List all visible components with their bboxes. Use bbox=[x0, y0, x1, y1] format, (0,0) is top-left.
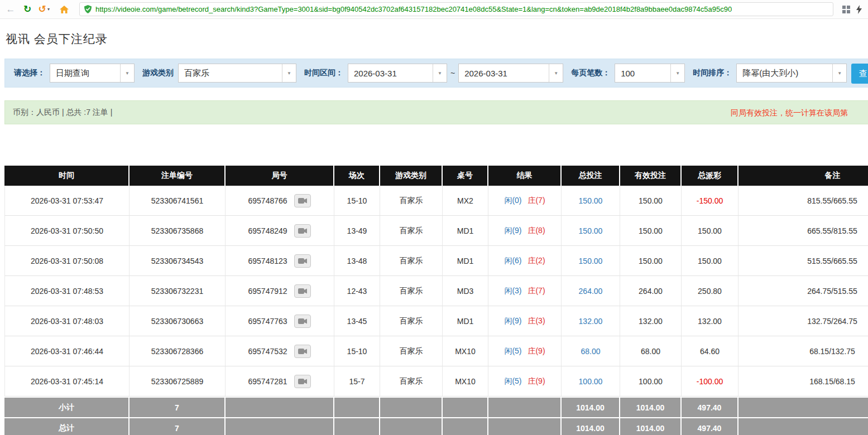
column-header: 时间 bbox=[4, 166, 130, 186]
bet-time: 2026-03-31 07:50:50 bbox=[31, 226, 103, 235]
note: 665.55/815.55 bbox=[807, 226, 857, 235]
video-replay-button[interactable] bbox=[294, 284, 311, 298]
address-bar[interactable]: https://videoie.com/game/betrecord_searc… bbox=[79, 2, 833, 16]
table-number: MD3 bbox=[457, 287, 474, 296]
filter-bar: 请选择： 日期查询 ▼ 游戏类别 百家乐 ▼ 时间区间： 2026-03-31 … bbox=[4, 59, 868, 88]
payout: 150.00 bbox=[698, 257, 722, 265]
video-replay-icon bbox=[298, 378, 307, 385]
note: 515.55/665.55 bbox=[807, 257, 857, 265]
bet-id: 523306728366 bbox=[151, 347, 203, 356]
round-id: 695748123 bbox=[248, 257, 287, 265]
subtotal-total-bet: 1014.00 bbox=[562, 397, 620, 417]
note: 132.75/264.75 bbox=[807, 317, 857, 326]
note: 815.55/665.55 bbox=[807, 196, 857, 205]
subtotal-row: 小计 7 1014.00 1014.00 497.40 bbox=[4, 397, 868, 417]
game-type: 百家乐 bbox=[400, 196, 423, 205]
player-result: 闲(9) bbox=[504, 226, 521, 235]
column-header: 结果 bbox=[488, 166, 562, 186]
chevron-down-icon: ▼ bbox=[120, 64, 134, 82]
note: 168.15/68.15 bbox=[809, 377, 855, 386]
valid-bet: 150.00 bbox=[639, 226, 663, 235]
date-to-value: 2026-03-31 bbox=[459, 64, 549, 82]
subtotal-valid-bet: 1014.00 bbox=[620, 397, 682, 417]
chevron-down-icon: ▼ bbox=[832, 64, 846, 82]
payout: 250.80 bbox=[698, 287, 722, 296]
bet-id: 523306734543 bbox=[151, 257, 203, 265]
valid-bet: 132.00 bbox=[639, 317, 663, 326]
banker-result: 庄(7) bbox=[527, 286, 545, 295]
video-replay-icon bbox=[298, 228, 307, 234]
video-replay-icon bbox=[298, 318, 307, 325]
column-header: 备注 bbox=[738, 166, 868, 186]
round-id: 695747281 bbox=[248, 377, 287, 386]
game-type-select[interactable]: 百家乐 ▼ bbox=[178, 64, 296, 83]
back-button[interactable]: ← bbox=[3, 2, 18, 17]
column-header: 桌号 bbox=[443, 166, 488, 186]
total-total-bet: 1014.00 bbox=[562, 417, 620, 435]
bet-time: 2026-03-31 07:53:47 bbox=[31, 196, 103, 205]
date-to-picker[interactable]: 2026-03-31 ▼ bbox=[458, 64, 563, 83]
column-header: 有效投注 bbox=[620, 166, 682, 186]
sort-select[interactable]: 降幂(由大到小) ▼ bbox=[736, 64, 847, 83]
sort-label: 时间排序： bbox=[693, 68, 732, 78]
column-header: 注单编号 bbox=[130, 166, 226, 186]
round-id: 695747532 bbox=[248, 347, 287, 356]
browser-toolbar: ← ↻ ↺▾ https://videoie.com/game/betrecor… bbox=[0, 0, 868, 19]
note: 264.75/515.55 bbox=[807, 287, 857, 296]
video-replay-button[interactable] bbox=[294, 194, 311, 207]
note: 68.15/132.75 bbox=[809, 347, 855, 356]
banker-result: 庄(3) bbox=[527, 316, 545, 325]
game-type: 百家乐 bbox=[400, 376, 423, 385]
total-bet: 68.00 bbox=[581, 347, 600, 356]
table-row: 2026-03-31 07:46:44 523306728366 6957475… bbox=[4, 336, 868, 366]
player-result: 闲(5) bbox=[504, 346, 521, 355]
video-replay-button[interactable] bbox=[294, 345, 311, 358]
video-replay-button[interactable] bbox=[294, 224, 311, 238]
date-from-value: 2026-03-31 bbox=[348, 64, 433, 82]
valid-bet: 100.00 bbox=[639, 377, 663, 386]
toolbar-right bbox=[841, 5, 862, 14]
game-type: 百家乐 bbox=[400, 256, 423, 265]
column-header: 场次 bbox=[334, 166, 380, 186]
round-id: 695748766 bbox=[248, 196, 287, 205]
search-button[interactable]: 查询 bbox=[851, 64, 868, 84]
table-number: MX10 bbox=[455, 377, 476, 386]
sort-value: 降幂(由大到小) bbox=[737, 64, 832, 82]
page-size-label: 每页笔数： bbox=[571, 68, 610, 78]
home-button[interactable] bbox=[57, 2, 71, 17]
lightning-icon[interactable] bbox=[856, 5, 862, 14]
chevron-down-icon: ▼ bbox=[433, 64, 447, 82]
table-header-row: 时间注单编号局号场次游戏类别桌号结果总投注有效投注总派彩备注 bbox=[4, 166, 868, 186]
column-header: 总派彩 bbox=[682, 166, 738, 186]
video-replay-button[interactable] bbox=[294, 375, 311, 388]
bet-time: 2026-03-31 07:46:44 bbox=[31, 347, 103, 356]
payout: 150.00 bbox=[698, 226, 722, 235]
bet-time: 2026-03-31 07:48:03 bbox=[31, 317, 103, 326]
game-type-value: 百家乐 bbox=[179, 64, 282, 82]
page-size-select[interactable]: 100 ▼ bbox=[615, 64, 685, 83]
video-replay-button[interactable] bbox=[294, 315, 311, 328]
apps-grid-icon[interactable] bbox=[842, 6, 850, 13]
undo-button[interactable]: ↺▾ bbox=[37, 2, 51, 17]
query-type-select[interactable]: 日期查询 ▼ bbox=[50, 64, 135, 83]
banker-result: 庄(8) bbox=[527, 226, 545, 235]
page-size-value: 100 bbox=[615, 64, 670, 82]
payout: 64.60 bbox=[700, 347, 720, 356]
column-header: 总投注 bbox=[562, 166, 620, 186]
table-row: 2026-03-31 07:48:53 523306732231 6957479… bbox=[4, 276, 868, 306]
bet-records-table: 时间注单编号局号场次游戏类别桌号结果总投注有效投注总派彩备注 2026-03-3… bbox=[4, 166, 868, 435]
round-id: 695747763 bbox=[248, 317, 287, 326]
table-number: MX2 bbox=[457, 196, 473, 205]
table-row: 2026-03-31 07:53:47 523306741561 6957487… bbox=[4, 186, 868, 216]
game-type-label: 游戏类别 bbox=[142, 68, 174, 78]
video-replay-button[interactable] bbox=[294, 254, 311, 268]
date-from-picker[interactable]: 2026-03-31 ▼ bbox=[348, 64, 447, 83]
session: 13-48 bbox=[347, 257, 367, 265]
valid-bet: 68.00 bbox=[641, 347, 660, 356]
bet-time: 2026-03-31 07:45:14 bbox=[31, 377, 103, 386]
refresh-button[interactable]: ↻ bbox=[20, 2, 35, 17]
player-result: 闲(9) bbox=[504, 316, 521, 325]
table-body: 2026-03-31 07:53:47 523306741561 6957487… bbox=[4, 186, 868, 397]
bet-id: 523306741561 bbox=[151, 196, 203, 205]
game-type: 百家乐 bbox=[400, 286, 423, 295]
